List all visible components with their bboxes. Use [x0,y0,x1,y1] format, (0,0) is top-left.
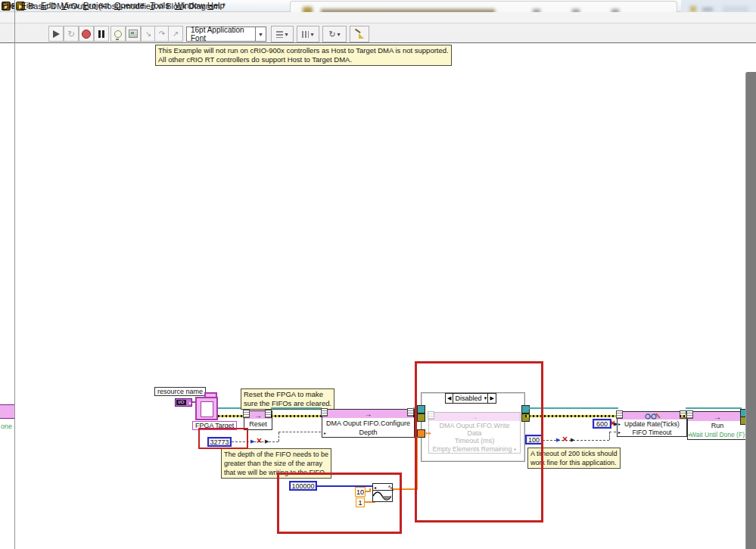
open-fpga-vi-reference-icon[interactable] [195,397,218,420]
error-wire[interactable] [271,415,322,417]
broken-wire-x-icon: × [257,436,262,445]
step-into-button[interactable]: ↘ [141,26,156,42]
io-terminal-glyph: I/O [176,400,186,405]
wire-arrow-icon: ▶ [571,437,574,442]
top-comment[interactable]: This Example will not run on cRIO-900x c… [155,45,452,66]
window-edge-divider [14,0,15,549]
broken-wire[interactable] [543,440,609,441]
labview-block-diagram-window: E Basic DMA Output (Host)-modified.vi Bl… [0,0,756,549]
step-over-button[interactable]: ↷ [154,26,170,42]
lightbulb-icon [114,30,122,38]
menu-help[interactable]: Help [207,1,225,10]
run-continuously-button[interactable]: ↻ [64,26,79,42]
reset-invoke-node[interactable]: → Reset [244,410,271,429]
toolbar-divider-highlight [0,43,756,44]
reset-comment[interactable]: Reset the FPGA to make sure the FIFOs ar… [241,388,334,410]
highlight-execution-button[interactable] [110,26,126,42]
clean-up-diagram-button[interactable] [350,26,369,42]
annotation-box-sine-generator[interactable] [277,473,402,534]
configure-node-depth-row: ▸ Depth [322,428,415,438]
desktop-edge-strip [745,72,756,549]
configure-depth-invoke-node[interactable]: → DMA Ouput FIFO.Configure ▸ Depth [322,409,413,437]
align-objects-icon [276,31,283,38]
terminal-out-arrow-icon: ▸ [189,400,191,405]
distribute-objects-icon [302,31,309,38]
resource-name-terminal[interactable]: I/O ▸ [175,398,192,407]
align-objects-button[interactable]: ▾ [271,26,294,42]
fifo-property-node[interactable]: ▸ Update Rate(Ticks) ▸ FIFO Timeout [617,411,686,436]
background-window-node-fragment [0,404,14,419]
wire-arrow-icon: ▶ [556,437,560,442]
input-arrow-icon: ▸ [618,421,621,426]
retain-wire-values-button[interactable] [126,26,141,42]
run-node-wait-row: ▸ Wait Until Done (F) [687,429,748,440]
font-selector-dropdown[interactable]: ▼ [255,27,266,41]
ref-in-terminal[interactable] [243,410,250,418]
ref-in-terminal[interactable] [321,408,328,416]
menu-bar [0,12,756,23]
invoke-arrow-icon: → [714,413,721,421]
retain-wire-values-icon [129,30,138,38]
input-arrow-icon: ▸ [618,429,621,435]
annotation-box-disable-structure[interactable] [415,361,543,522]
font-selector-value: 16pt Application Font [187,26,255,42]
input-arrow-icon: ▸ [324,430,326,435]
broom-icon [355,30,364,39]
ref-in-terminal[interactable] [616,410,623,419]
abort-icon [82,30,91,39]
pause-icon [98,30,104,38]
run-button[interactable] [48,26,64,42]
broken-wire[interactable] [609,432,616,432]
step-out-button[interactable]: ↗ [168,26,183,42]
run-icon [53,30,60,38]
timeout-comment-line1: A timeout of 200 ticks should [530,449,618,458]
annotation-box-depth-constant[interactable] [198,428,248,449]
wire-arrow-icon: ▶ [265,438,269,444]
menu-view[interactable]: View [61,1,79,10]
reorder-icon: ↻ [328,30,335,39]
reset-comment-line1: Reset the FPGA to make [244,390,331,399]
menu-operate[interactable]: Operate [114,1,145,10]
distribute-objects-button[interactable]: ▾ [297,26,319,42]
background-window-menu-file[interactable]: File [2,1,14,10]
fpga-ref-wire[interactable] [686,407,742,409]
depth-comment-line2: greater than the size of the array [224,459,328,468]
fpga-ref-wire[interactable] [218,407,244,409]
invoke-arrow-icon: → [365,410,372,418]
timeout-comment-line2: work fine for this application. [530,458,618,467]
top-comment-line1: This Example will not run on cRIO-900x c… [158,46,449,55]
menu-window[interactable]: Window [175,1,204,10]
configure-node-title: DMA Ouput FIFO.Configure [322,418,415,429]
error-wire[interactable] [218,415,244,417]
top-comment-line2: All other cRIO RT controllers do support… [158,55,449,64]
fpga-ref-wire[interactable] [271,407,322,409]
broken-wire-vertical[interactable] [609,432,610,440]
invoke-arrow-icon: → [254,412,262,420]
font-selector[interactable]: 16pt Application Font ▼ [186,27,266,42]
property-glasses-icon [644,413,661,420]
ref-in-terminal[interactable] [686,410,693,419]
abort-button[interactable] [79,26,94,42]
depth-comment-line1: The depth of the FIFO needs to be [224,450,328,459]
input-arrow-icon: ▸ [689,432,691,437]
fpga-icon-page [201,401,213,417]
reorder-button[interactable]: ↻▾ [322,26,347,42]
menu-tools[interactable]: Tools [150,1,170,10]
background-window-done-text: one ( [1,423,14,430]
broken-wire[interactable] [278,432,321,432]
property-row-fifo-timeout: ▸ FIFO Timeout [617,428,687,437]
step-over-icon: ↷ [159,30,165,38]
rate-constant[interactable]: 600 [593,419,611,429]
pause-button[interactable] [94,26,109,42]
run-invoke-node[interactable]: → Run ▸ Wait Until Done (F) [687,411,746,439]
menu-file[interactable]: File [21,1,35,10]
resource-name-label[interactable]: resource name [154,387,206,396]
menu-project[interactable]: Project [83,1,109,10]
broken-wire-vertical[interactable] [278,432,279,441]
run-continuously-icon: ↻ [67,29,75,39]
step-out-icon: ↗ [173,30,179,38]
wire-arrow-icon: ▶ [250,438,254,444]
broken-wire-x-icon: × [562,435,568,444]
step-into-icon: ↘ [145,30,151,38]
menu-edit[interactable]: Edit [41,1,55,10]
